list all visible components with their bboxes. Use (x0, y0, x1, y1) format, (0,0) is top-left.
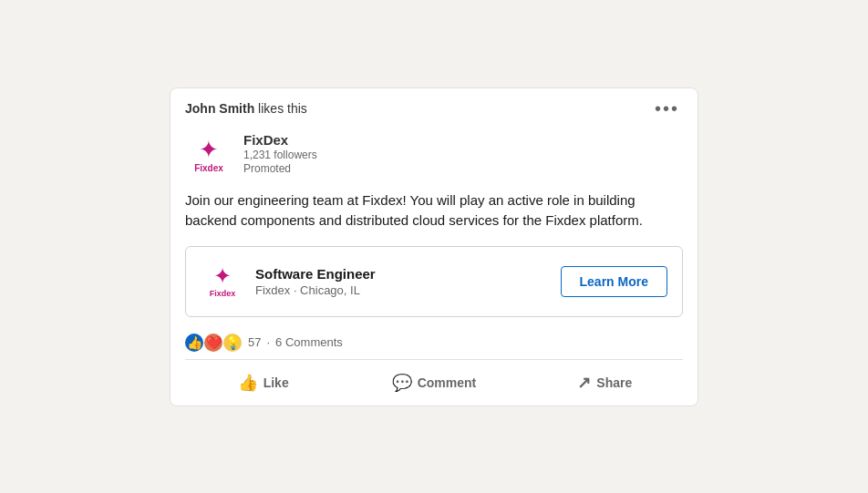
job-title: Software Engineer (255, 266, 376, 282)
comments-count: 6 Comments (275, 335, 343, 349)
job-gear-icon: ✦ (213, 265, 232, 287)
user-name: John Smith (185, 101, 254, 116)
comment-icon: 💬 (392, 373, 412, 393)
job-company-location: Fixdex · Chicago, IL (255, 283, 376, 297)
comment-label: Comment (418, 375, 477, 390)
like-reaction-icon: 👍 (185, 334, 203, 352)
job-card: ✦ Fixdex Software Engineer Fixdex · Chic… (185, 246, 683, 317)
company-name[interactable]: FixDex (243, 132, 317, 148)
company-info: FixDex 1,231 followers Promoted (243, 132, 317, 175)
company-gear-icon: ✦ (199, 138, 219, 161)
like-label: Like (264, 375, 289, 390)
reactions-separator: · (266, 335, 270, 349)
learn-more-button[interactable]: Learn More (561, 266, 667, 297)
heart-reaction-icon: ❤️ (204, 334, 222, 352)
company-followers: 1,231 followers (243, 149, 317, 161)
company-logo: ✦ Fixdex (185, 132, 232, 180)
job-details: Software Engineer Fixdex · Chicago, IL (255, 266, 376, 297)
comment-button[interactable]: 💬 Comment (348, 364, 519, 402)
activity-text: John Smith likes this (185, 101, 307, 116)
activity-label: likes this (254, 101, 307, 116)
reaction-count: 57 (248, 335, 261, 349)
company-section: ✦ Fixdex FixDex 1,231 followers Promoted (170, 125, 698, 190)
company-logo-label: Fixdex (194, 163, 223, 173)
reaction-emojis: 👍 ❤️ 💡 (185, 334, 243, 352)
more-options-button[interactable]: ••• (651, 99, 683, 118)
like-icon: 👍 (238, 373, 258, 393)
company-promoted-label: Promoted (243, 162, 317, 175)
reactions-row: 👍 ❤️ 💡 57 · 6 Comments (170, 328, 698, 359)
share-label: Share (596, 375, 632, 390)
job-info: ✦ Fixdex Software Engineer Fixdex · Chic… (201, 260, 376, 303)
bulb-reaction-icon: 💡 (223, 334, 242, 352)
like-button[interactable]: 👍 Like (178, 364, 348, 402)
job-logo: ✦ Fixdex (201, 260, 244, 303)
share-button[interactable]: ↗ Share (520, 364, 690, 402)
actions-row: 👍 Like 💬 Comment ↗ Share (170, 360, 698, 406)
job-logo-label: Fixdex (210, 289, 236, 298)
linkedin-post-card: John Smith likes this ••• ✦ Fixdex FixDe… (170, 87, 698, 406)
post-body: Join our engineering team at Fixdex! You… (170, 190, 698, 246)
card-header: John Smith likes this ••• (170, 88, 698, 125)
share-icon: ↗ (577, 373, 591, 393)
